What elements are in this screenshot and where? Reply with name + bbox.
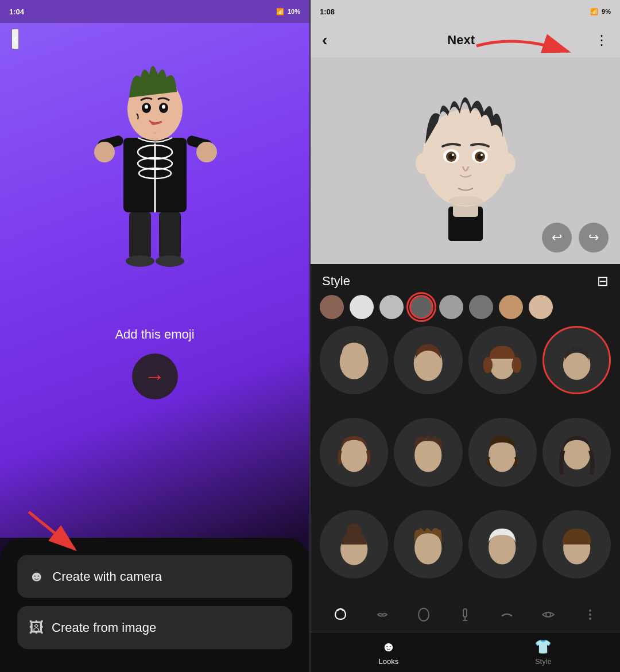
- svg-point-35: [342, 343, 366, 362]
- undo-button[interactable]: ↩: [542, 223, 572, 253]
- style-nav-label: Style: [535, 657, 552, 666]
- svg-point-24: [501, 153, 516, 174]
- proceed-button[interactable]: →: [132, 354, 178, 399]
- svg-rect-9: [129, 212, 151, 258]
- next-button[interactable]: Next: [447, 33, 475, 48]
- svg-point-17: [162, 105, 165, 109]
- hair-item-3[interactable]: [468, 326, 537, 394]
- hair-item-5[interactable]: [320, 418, 388, 486]
- emoji-figure: [92, 46, 218, 310]
- svg-point-54: [546, 612, 551, 617]
- hair-item-7[interactable]: [468, 418, 537, 486]
- add-emoji-label: Add this emoji: [115, 327, 194, 342]
- redo-button[interactable]: ↪: [579, 223, 609, 253]
- svg-point-7: [94, 142, 115, 162]
- create-from-image-label: Create from image: [52, 620, 156, 635]
- svg-point-57: [589, 617, 591, 620]
- tab-eye-icon[interactable]: [536, 602, 561, 627]
- color-dot-gray3[interactable]: [469, 295, 493, 319]
- tab-hair-icon[interactable]: [328, 602, 353, 627]
- hair-item-1[interactable]: [320, 326, 388, 394]
- left-time: 1:04: [9, 7, 24, 16]
- nav-looks[interactable]: ☻ Looks: [379, 639, 399, 666]
- looks-nav-label: Looks: [379, 657, 399, 666]
- create-with-camera-button[interactable]: ☻ Create with camera: [17, 555, 292, 598]
- svg-point-31: [452, 154, 454, 156]
- style-nav-icon: 👕: [534, 639, 552, 655]
- hair-item-10[interactable]: [394, 510, 462, 578]
- image-icon: 🖼: [29, 619, 44, 636]
- right-bottom-panel: Style ⊟: [311, 264, 620, 672]
- color-dot-lightgray[interactable]: [379, 295, 404, 319]
- undo-redo-buttons: ↩ ↪: [542, 223, 609, 253]
- bottom-tab-icons: [311, 596, 620, 632]
- hair-item-8[interactable]: [542, 418, 611, 486]
- left-panel: 1:04 📶 10% ‹: [0, 0, 309, 672]
- svg-point-23: [416, 153, 431, 174]
- avatar-svg: [402, 75, 529, 247]
- more-options-icon[interactable]: ⋮: [595, 32, 609, 48]
- left-wifi-icon: 📶: [276, 8, 284, 15]
- color-dot-gray2[interactable]: [439, 295, 463, 319]
- tab-eyebrow-icon[interactable]: [494, 602, 520, 627]
- bottom-nav: ☻ Looks 👕 Style: [311, 632, 620, 672]
- color-dot-brown[interactable]: [320, 295, 344, 319]
- svg-point-33: [448, 196, 483, 205]
- filter-icon[interactable]: ⊟: [597, 273, 609, 289]
- emoji-character: [80, 34, 230, 321]
- hair-item-2[interactable]: [394, 326, 462, 394]
- hair-item-12[interactable]: [542, 510, 611, 578]
- right-top-bar: ‹ Next ⋮: [311, 23, 620, 57]
- color-dot-darkgray[interactable]: [409, 295, 433, 319]
- tab-face-icon[interactable]: [411, 602, 436, 627]
- svg-rect-51: [463, 609, 467, 617]
- hair-item-11[interactable]: [468, 510, 537, 578]
- tab-light-icon[interactable]: [452, 602, 478, 627]
- right-wifi-icon: 📶: [590, 8, 598, 15]
- right-panel: 1:08 📶 9% ‹ Next ⋮: [311, 0, 620, 672]
- left-purple-area: ‹: [0, 23, 309, 538]
- right-time: 1:08: [320, 7, 335, 16]
- svg-point-41: [340, 438, 367, 472]
- right-avatar-area: ↩ ↪: [311, 57, 620, 264]
- arrow-right-icon: →: [145, 364, 165, 389]
- looks-nav-icon: ☻: [381, 639, 396, 655]
- svg-rect-10: [159, 212, 181, 258]
- svg-point-55: [589, 609, 591, 612]
- svg-point-8: [196, 142, 217, 162]
- camera-face-icon: ☻: [29, 568, 44, 585]
- hair-item-4[interactable]: [542, 326, 611, 394]
- color-dot-tan[interactable]: [499, 295, 523, 319]
- svg-point-50: [418, 608, 429, 621]
- right-status-icons: 📶 9%: [590, 8, 611, 15]
- svg-point-39: [512, 357, 522, 373]
- left-battery: 10%: [288, 8, 300, 15]
- right-back-button[interactable]: ‹: [322, 31, 327, 49]
- svg-point-11: [126, 255, 154, 267]
- color-row: [311, 295, 620, 326]
- color-dot-white[interactable]: [350, 295, 374, 319]
- hair-item-6[interactable]: [394, 418, 462, 486]
- svg-point-12: [156, 255, 184, 267]
- create-with-camera-label: Create with camera: [52, 569, 162, 584]
- create-from-image-button[interactable]: 🖼 Create from image: [17, 606, 292, 649]
- avatar-head: [402, 75, 529, 247]
- hair-grid: [311, 326, 620, 596]
- style-label: Style: [322, 274, 350, 289]
- svg-point-56: [589, 613, 591, 616]
- svg-point-38: [483, 357, 493, 373]
- left-bottom-area: ☻ Create with camera 🖼 Create from image: [0, 538, 309, 672]
- svg-point-46: [347, 523, 361, 536]
- right-battery: 9%: [602, 8, 611, 15]
- left-status-bar: 1:04 📶 10%: [0, 0, 309, 23]
- tab-mustache-icon[interactable]: [370, 602, 395, 627]
- right-status-bar: 1:08 📶 9%: [311, 0, 620, 23]
- nav-style[interactable]: 👕 Style: [534, 639, 552, 666]
- style-header: Style ⊟: [311, 264, 620, 295]
- left-back-button[interactable]: ‹: [11, 29, 19, 49]
- hair-item-9[interactable]: [320, 510, 388, 578]
- svg-point-16: [145, 105, 148, 109]
- tab-more-icon[interactable]: [578, 602, 603, 627]
- color-dot-partial[interactable]: [529, 295, 553, 319]
- svg-point-32: [480, 154, 483, 156]
